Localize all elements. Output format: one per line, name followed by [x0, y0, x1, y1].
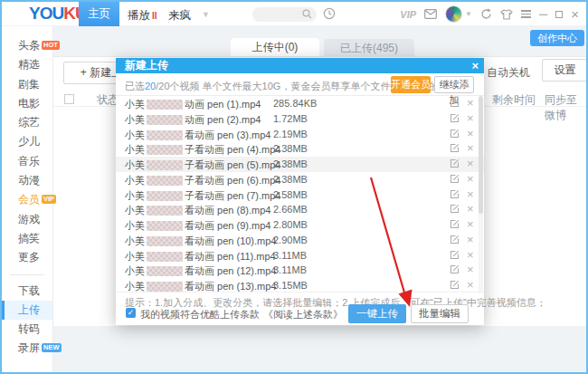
- refresh-icon[interactable]: [480, 8, 492, 20]
- avatar-caret-icon[interactable]: ▼: [465, 10, 472, 18]
- file-row[interactable]: 小美动画 pen (2).mp4 1.72MB ×: [116, 111, 484, 127]
- settings-button[interactable]: 设置: [542, 59, 588, 82]
- delete-icon[interactable]: ×: [467, 127, 474, 140]
- delete-icon[interactable]: ×: [467, 217, 474, 231]
- sidebar-item-label: 录屏: [18, 341, 40, 354]
- main-menu-icon[interactable]: [521, 8, 531, 20]
- sidebar-item[interactable]: 转码: [2, 320, 52, 339]
- sidebar-item[interactable]: 少儿: [2, 132, 52, 151]
- sidebar-item[interactable]: 剧集: [2, 75, 52, 94]
- edit-icon[interactable]: [450, 98, 460, 110]
- file-size: 3.15MB: [273, 280, 308, 291]
- censored-block: [147, 191, 183, 201]
- file-name: 小美看动画 pen (9).mp4: [125, 219, 270, 233]
- sidebar-item[interactable]: 精选: [2, 55, 52, 74]
- vip-label[interactable]: VIP: [400, 9, 416, 20]
- sidebar-item[interactable]: 音乐: [2, 152, 52, 171]
- select-all-checkbox[interactable]: [64, 94, 74, 104]
- minimize-button[interactable]: ─: [539, 8, 547, 20]
- dialog-footer: ✓ 我的视频符合优酷上传条款《阅读上述条款》 一键上传 批量编辑: [116, 304, 484, 325]
- edit-icon[interactable]: [450, 264, 460, 276]
- censored-block: [147, 252, 183, 262]
- create-center-button[interactable]: 创作中心: [530, 30, 584, 46]
- tab-uploading[interactable]: 上传中(0): [231, 38, 319, 56]
- edit-icon[interactable]: [450, 250, 460, 262]
- dialog-close-button[interactable]: ×: [471, 58, 479, 73]
- sidebar-item[interactable]: 上传: [2, 301, 52, 320]
- skin-theme-icon[interactable]: [500, 9, 513, 20]
- file-row[interactable]: 小美子看动画 pen (5).mp4 2.38MB ×: [116, 157, 484, 172]
- terms-link[interactable]: 《阅读上述条款》: [263, 309, 343, 320]
- list-scrollbar[interactable]: [479, 96, 483, 293]
- agree-text: 我的视频符合优酷上传条款: [140, 309, 260, 320]
- nav-tab-laifeng[interactable]: 来疯: [168, 8, 191, 24]
- sidebar-item[interactable]: 搞笑: [2, 229, 52, 248]
- continue-add-button[interactable]: 继续添加: [434, 76, 474, 93]
- tab-uploaded[interactable]: 已上传(495): [324, 39, 414, 57]
- avatar[interactable]: [445, 5, 462, 23]
- file-name: 小美看动画 pen (12).mp4: [125, 264, 276, 278]
- sidebar-item[interactable]: 更多: [2, 248, 52, 267]
- nav-more-caret-icon[interactable]: ▼: [202, 10, 210, 19]
- history-clock-icon[interactable]: [323, 7, 336, 24]
- nav-tab-home[interactable]: 主页: [79, 2, 119, 26]
- file-row[interactable]: 小美动画 pen (1).mp4 285.84KB ×: [116, 96, 484, 111]
- file-row[interactable]: 小美看动画 pen (12).mp4 3.11MB ×: [116, 263, 484, 278]
- delete-icon[interactable]: ×: [467, 141, 474, 155]
- delete-icon[interactable]: ×: [467, 263, 474, 276]
- sidebar-item[interactable]: 动漫: [2, 171, 52, 190]
- edit-icon[interactable]: [450, 174, 460, 186]
- sidebar-item[interactable]: 游戏: [2, 210, 52, 229]
- edit-icon[interactable]: [450, 235, 460, 246]
- dialog-title-bar: 新建上传 ×: [116, 58, 484, 73]
- sidebar-item[interactable]: 下载: [2, 282, 52, 301]
- edit-icon[interactable]: [450, 219, 460, 231]
- edit-icon[interactable]: [450, 143, 460, 155]
- delete-icon[interactable]: ×: [467, 187, 474, 201]
- edit-icon[interactable]: [450, 189, 460, 201]
- sidebar-item[interactable]: 综艺: [2, 113, 52, 132]
- delete-icon[interactable]: ×: [467, 233, 474, 246]
- app-window: YOUKU 主页 播放II 来疯 ▼ VIP ▼: [0, 0, 588, 374]
- edit-icon[interactable]: [450, 129, 460, 140]
- censored-block: [147, 282, 183, 292]
- close-window-button[interactable]: ×: [571, 7, 579, 21]
- scrollbar-thumb[interactable]: [479, 96, 483, 214]
- agree-terms-checkbox[interactable]: ✓: [126, 308, 136, 318]
- sidebar-item[interactable]: 电影: [2, 94, 52, 113]
- file-row[interactable]: 小美看动画 pen (10).mp4 2.90MB ×: [116, 233, 484, 248]
- file-size: 2.38MB: [273, 174, 308, 185]
- file-row[interactable]: 小美看动画 pen (3).mp4 2.19MB ×: [116, 127, 484, 142]
- open-vip-button[interactable]: 开通会员: [391, 76, 431, 93]
- message-icon[interactable]: [424, 9, 437, 19]
- file-name: 小美看动画 pen (8).mp4: [125, 204, 270, 217]
- file-row[interactable]: 小美子看动画 pen (4).mp4 2.38MB ×: [116, 141, 484, 157]
- delete-icon[interactable]: ×: [467, 157, 474, 170]
- file-row[interactable]: 小美看动画 pen (11).mp4 3.11MB ×: [116, 248, 484, 264]
- delete-icon[interactable]: ×: [467, 278, 474, 292]
- nav-tab-play[interactable]: 播放II: [128, 8, 157, 24]
- file-row[interactable]: 小美子看动画 pen (7).mp4 2.58MB ×: [116, 187, 484, 203]
- delete-icon[interactable]: ×: [467, 111, 474, 125]
- delete-icon[interactable]: ×: [467, 172, 474, 186]
- edit-icon[interactable]: [450, 113, 460, 125]
- delete-icon[interactable]: ×: [467, 96, 474, 110]
- edit-icon[interactable]: [450, 158, 460, 170]
- file-row[interactable]: 小美看动画 pen (9).mp4 2.80MB ×: [116, 217, 484, 233]
- delete-icon[interactable]: ×: [467, 248, 474, 262]
- file-row[interactable]: 小美看动画 pen (8).mp4 2.66MB ×: [116, 202, 484, 217]
- sidebar-item[interactable]: 录屏NEW: [2, 339, 52, 358]
- file-row[interactable]: 小美子看动画 pen (6).mp4 2.38MB ×: [116, 172, 484, 187]
- auto-shutdown-label[interactable]: 自动关机: [487, 65, 530, 81]
- batch-edit-button[interactable]: 批量编辑: [411, 304, 469, 323]
- edit-icon[interactable]: [450, 280, 460, 292]
- sidebar-item[interactable]: 会员VIP: [2, 190, 52, 209]
- search-input[interactable]: [252, 7, 317, 22]
- sidebar-item-label: 头条: [18, 39, 40, 52]
- sidebar-tools-group: 下载上传转码录屏NEW: [2, 282, 52, 359]
- delete-icon[interactable]: ×: [467, 202, 474, 216]
- sidebar-item[interactable]: 头条HOT: [2, 36, 52, 55]
- edit-icon[interactable]: [450, 204, 460, 216]
- one-click-upload-button[interactable]: 一键上传: [348, 304, 406, 323]
- maximize-button[interactable]: [555, 11, 563, 18]
